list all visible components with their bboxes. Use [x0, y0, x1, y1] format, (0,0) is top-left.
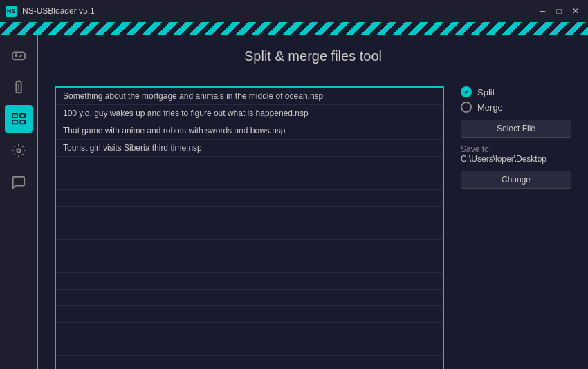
svg-rect-9 [19, 114, 24, 118]
list-item-empty [56, 207, 443, 223]
app-icon: NS [6, 6, 17, 17]
list-item-empty [56, 157, 443, 173]
list-item[interactable]: That game with anime and robots with swo… [56, 122, 443, 140]
merge-radio-circle [461, 102, 472, 113]
list-item-empty [56, 273, 443, 290]
sidebar [0, 35, 38, 369]
list-item[interactable]: 100 y.o. guy wakes up and tries to figur… [56, 105, 443, 122]
content-area: Split & merge files tool Something about… [38, 35, 588, 369]
list-item-empty [56, 356, 443, 369]
list-item-empty [56, 306, 443, 323]
select-file-button[interactable]: Select File [461, 120, 571, 138]
list-item-empty [56, 256, 443, 273]
split-radio[interactable]: Split [461, 86, 571, 97]
title-bar: NS NS-USBloader v5.1 ─ □ ✕ [0, 0, 588, 22]
file-list[interactable]: Something about the mortgage and animals… [55, 86, 444, 369]
maximize-button[interactable]: □ [552, 4, 566, 18]
right-panel: Split Merge Select File Save to: C:\User… [461, 86, 571, 369]
radio-group: Split Merge [461, 86, 571, 113]
list-item-empty [56, 339, 443, 356]
svg-point-12 [17, 149, 21, 153]
title-bar-left: NS NS-USBloader v5.1 [6, 6, 95, 17]
svg-point-5 [19, 55, 21, 57]
list-item-empty [56, 240, 443, 256]
merge-radio-label: Merge [477, 102, 503, 113]
close-button[interactable]: ✕ [569, 4, 582, 18]
svg-rect-10 [12, 120, 17, 124]
content-body: Something about the mortgage and animals… [55, 86, 571, 369]
sidebar-item-settings[interactable] [5, 137, 33, 164]
list-item-empty [56, 190, 443, 207]
change-button[interactable]: Change [461, 171, 571, 189]
page-title: Split & merge files tool [55, 48, 571, 64]
title-bar-text: NS-USBloader v5.1 [22, 6, 95, 16]
title-bar-controls: ─ □ ✕ [535, 4, 582, 18]
minimize-button[interactable]: ─ [535, 4, 549, 18]
svg-rect-8 [12, 114, 17, 118]
list-item[interactable]: Something about the mortgage and animals… [56, 88, 443, 105]
list-item-empty [56, 323, 443, 339]
save-to-section: Save to: C:\Users\loper\Desktop [461, 144, 571, 164]
sidebar-item-split[interactable] [5, 105, 33, 133]
save-path: C:\Users\loper\Desktop [461, 154, 571, 164]
save-to-label: Save to: [461, 144, 571, 154]
split-radio-circle [461, 86, 472, 97]
list-item-empty [56, 290, 443, 306]
sidebar-item-chat[interactable] [5, 169, 33, 196]
banner [0, 22, 588, 35]
sidebar-item-rcm[interactable] [5, 73, 33, 101]
list-item-empty [56, 223, 443, 240]
merge-radio[interactable]: Merge [461, 102, 571, 113]
split-radio-label: Split [477, 87, 495, 97]
sidebar-item-gamepad[interactable] [5, 41, 33, 69]
main-area: Split & merge files tool Something about… [0, 35, 588, 369]
svg-rect-11 [19, 120, 24, 124]
list-item-empty [56, 173, 443, 190]
list-item[interactable]: Tourist girl visits Siberia third time.n… [56, 140, 443, 157]
svg-rect-0 [12, 52, 24, 59]
